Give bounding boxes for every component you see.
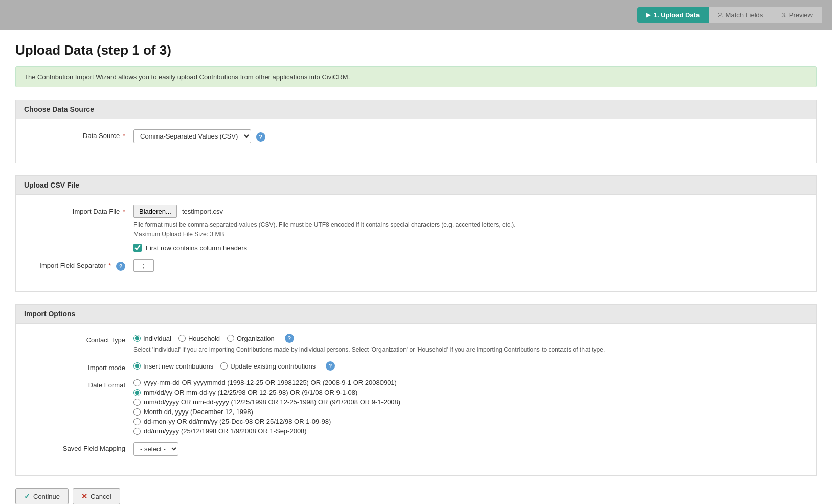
contact-type-label: Contact Type — [31, 334, 133, 344]
date-format-label: Date Format — [31, 379, 133, 389]
data-source-row: Data Source * Comma-Separated Values (CS… — [31, 129, 801, 143]
file-row: Bladeren... testimport.csv — [133, 205, 801, 218]
saved-mapping-label: Saved Field Mapping — [31, 442, 133, 452]
saved-mapping-field: - select - — [133, 442, 801, 456]
section-header-upload-csv: Upload CSV File — [15, 175, 817, 195]
separator-label: Import Field Separator * ? — [31, 259, 133, 271]
section-body-import-options: Contact Type Individual Household — [15, 324, 817, 476]
contact-type-household: Household — [178, 335, 220, 342]
contact-type-row: Contact Type Individual Household — [31, 334, 801, 354]
required-marker: * — [123, 132, 125, 140]
import-file-label: Import Data File * — [31, 205, 133, 215]
contact-type-options: Individual Household Organization ? — [133, 334, 801, 343]
cancel-x-icon: ✕ — [81, 492, 87, 500]
date-format-mm-dd-yyyy: mm/dd/yyyy OR mm-dd-yyyy (12/25/1998 OR … — [133, 398, 801, 406]
import-mode-row: Import mode Insert new contributions Upd… — [31, 361, 801, 372]
date-format-3-label[interactable]: mm/dd/yyyy OR mm-dd-yyyy (12/25/1998 OR … — [144, 398, 400, 406]
date-format-2-radio[interactable] — [133, 389, 141, 396]
separator-help-icon[interactable]: ? — [116, 262, 125, 271]
import-mode-update: Update existing contributions — [220, 362, 316, 370]
import-mode-options: Insert new contributions Update existing… — [133, 361, 801, 371]
date-format-field: yyyy-mm-dd OR yyyymmdd (1998-12-25 OR 19… — [133, 379, 801, 435]
import-mode-insert: Insert new contributions — [133, 362, 213, 370]
saved-mapping-select[interactable]: - select - — [133, 442, 178, 456]
continue-button[interactable]: ✓ Continue — [15, 488, 69, 504]
continue-label: Continue — [33, 493, 60, 500]
date-format-1-radio[interactable] — [133, 379, 141, 386]
date-format-1-label[interactable]: yyyy-mm-dd OR yyyymmdd (1998-12-25 OR 19… — [144, 379, 397, 386]
date-format-yyyy-mm-dd: yyyy-mm-dd OR yyyymmdd (1998-12-25 OR 19… — [133, 379, 801, 386]
info-message: The Contribution Import Wizard allows yo… — [24, 73, 350, 81]
data-source-label: Data Source * — [31, 129, 133, 140]
contact-type-desc: Select 'Individual' if you are importing… — [133, 345, 801, 354]
first-row-checkbox-row: First row contains column headers — [133, 244, 801, 252]
separator-row: Import Field Separator * ? — [31, 259, 801, 272]
date-format-6-label[interactable]: dd/mm/yyyy (25/12/1998 OR 1/9/2008 OR 1-… — [144, 427, 307, 435]
date-format-2-label[interactable]: mm/dd/yy OR mm-dd-yy (12/25/98 OR 12-25-… — [144, 388, 357, 396]
saved-mapping-row: Saved Field Mapping - select - — [31, 442, 801, 456]
import-mode-update-label[interactable]: Update existing contributions — [230, 362, 316, 370]
date-format-3-radio[interactable] — [133, 399, 141, 406]
import-mode-update-radio[interactable] — [220, 362, 228, 370]
contact-type-individual: Individual — [133, 335, 171, 342]
contact-type-organization-label[interactable]: Organization — [237, 335, 275, 342]
date-format-dd-mm-yyyy: dd/mm/yyyy (25/12/1998 OR 1/9/2008 OR 1-… — [133, 427, 801, 435]
wizard-step-2-label: 2. Match Fields — [718, 11, 763, 19]
page-title: Upload Data (step 1 of 3) — [15, 42, 817, 58]
import-file-required: * — [123, 208, 125, 215]
wizard-step-1[interactable]: 1. Upload Data — [637, 7, 709, 23]
wizard-step-3[interactable]: 3. Preview — [772, 7, 822, 23]
wizard-step-1-label: 1. Upload Data — [654, 11, 700, 19]
section-body-upload-csv: Import Data File * Bladeren... testimpor… — [15, 195, 817, 292]
separator-field — [133, 259, 801, 272]
cancel-button[interactable]: ✕ Cancel — [73, 488, 120, 504]
contact-type-help-icon[interactable]: ? — [285, 334, 294, 343]
date-format-month-dd-yyyy: Month dd, yyyy (December 12, 1998) — [133, 408, 801, 416]
date-format-4-label[interactable]: Month dd, yyyy (December 12, 1998) — [144, 408, 253, 416]
file-hint-line1: File format must be comma-separated-valu… — [133, 220, 801, 230]
contact-type-household-label[interactable]: Household — [188, 335, 220, 342]
info-box: The Contribution Import Wizard allows yo… — [15, 66, 817, 87]
first-row-label[interactable]: First row contains column headers — [146, 244, 247, 252]
import-mode-field: Insert new contributions Update existing… — [133, 361, 801, 371]
date-format-mm-dd-yy: mm/dd/yy OR mm-dd-yy (12/25/98 OR 12-25-… — [133, 388, 801, 396]
section-body-data-source: Data Source * Comma-Separated Values (CS… — [15, 119, 817, 163]
import-mode-label: Import mode — [31, 361, 133, 372]
import-mode-insert-radio[interactable] — [133, 362, 141, 370]
file-hint-line2: Maximum Upload File Size: 3 MB — [133, 230, 801, 239]
import-file-row: Import Data File * Bladeren... testimpor… — [31, 205, 801, 252]
continue-check-icon: ✓ — [24, 492, 30, 500]
separator-required: * — [108, 262, 111, 269]
import-mode-help-icon[interactable]: ? — [326, 361, 335, 371]
date-format-5-radio[interactable] — [133, 418, 141, 425]
date-format-options: yyyy-mm-dd OR yyyymmdd (1998-12-25 OR 19… — [133, 379, 801, 435]
file-name: testimport.csv — [182, 208, 223, 215]
contact-type-individual-label[interactable]: Individual — [143, 335, 171, 342]
wizard-step-2[interactable]: 2. Match Fields — [709, 7, 772, 23]
separator-input[interactable] — [133, 259, 154, 272]
data-source-select[interactable]: Comma-Separated Values (CSV) — [133, 129, 251, 143]
action-bar: ✓ Continue ✕ Cancel — [15, 488, 817, 504]
contact-type-organization-radio[interactable] — [227, 335, 234, 342]
date-format-4-radio[interactable] — [133, 408, 141, 416]
date-format-row: Date Format yyyy-mm-dd OR yyyymmdd (1998… — [31, 379, 801, 435]
cancel-label: Cancel — [91, 493, 111, 500]
wizard-bar: 1. Upload Data 2. Match Fields 3. Previe… — [0, 0, 832, 30]
data-source-field: Comma-Separated Values (CSV) ? — [133, 129, 801, 143]
import-mode-insert-label[interactable]: Insert new contributions — [143, 362, 213, 370]
file-hint: File format must be comma-separated-valu… — [133, 220, 801, 239]
import-file-field: Bladeren... testimport.csv File format m… — [133, 205, 801, 252]
section-header-import-options: Import Options — [15, 304, 817, 324]
section-header-data-source: Choose Data Source — [15, 100, 817, 119]
contact-type-field: Individual Household Organization ? Sele… — [133, 334, 801, 354]
date-format-dd-mon-yy: dd-mon-yy OR dd/mm/yy (25-Dec-98 OR 25/1… — [133, 418, 801, 425]
contact-type-household-radio[interactable] — [178, 335, 186, 342]
first-row-checkbox[interactable] — [133, 244, 142, 252]
contact-type-individual-radio[interactable] — [133, 335, 141, 342]
date-format-6-radio[interactable] — [133, 428, 141, 435]
contact-type-organization: Organization — [227, 335, 275, 342]
data-source-help-icon[interactable]: ? — [256, 132, 265, 142]
browse-button[interactable]: Bladeren... — [133, 205, 177, 218]
wizard-step-3-label: 3. Preview — [781, 11, 813, 19]
date-format-5-label[interactable]: dd-mon-yy OR dd/mm/yy (25-Dec-98 OR 25/1… — [144, 418, 331, 425]
